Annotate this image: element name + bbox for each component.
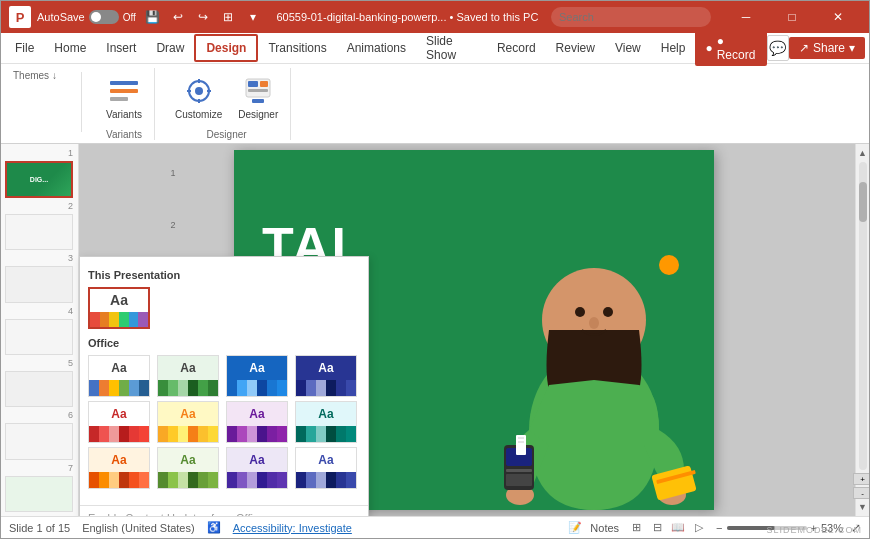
zoom-out-right-btn[interactable]: - <box>853 487 870 499</box>
scroll-track <box>859 162 867 470</box>
slide-thumb-5[interactable] <box>5 371 73 407</box>
search-input[interactable] <box>551 7 711 27</box>
tab-slideshow[interactable]: Slide Show <box>416 34 487 62</box>
zoom-minus-icon[interactable]: − <box>716 522 722 534</box>
reading-view-icon[interactable]: 📖 <box>669 520 687 536</box>
theme-office-3[interactable]: Aa <box>226 355 288 397</box>
ribbon: File Home Insert Draw Design Transitions… <box>1 33 869 144</box>
theme-office-12[interactable]: Aa <box>295 447 357 489</box>
language: English (United States) <box>82 522 195 534</box>
save-icon-btn[interactable]: 💾 <box>142 6 164 28</box>
minimize-btn[interactable]: ─ <box>723 1 769 33</box>
theme-office-5[interactable]: Aa <box>88 401 150 443</box>
theme-office-8[interactable]: Aa <box>295 401 357 443</box>
themes-footer: Enable Content Updates from Office.com..… <box>80 505 368 516</box>
theme-office-9[interactable]: Aa <box>88 447 150 489</box>
theme-current[interactable]: Aa <box>88 287 150 329</box>
slide-num-1: 1 <box>5 148 73 158</box>
svg-rect-10 <box>248 81 258 87</box>
view-icons: ⊞ ⊟ 📖 ▷ <box>627 520 708 536</box>
slide-sorter-icon[interactable]: ⊟ <box>648 520 666 536</box>
office-themes-grid: Aa Aa <box>88 355 360 489</box>
themes-label: Themes ↓ <box>13 68 57 83</box>
notes-label[interactable]: Notes <box>590 522 619 534</box>
slide-character <box>484 190 704 510</box>
enable-updates-text: Enable Content Updates from Office.com..… <box>80 508 368 516</box>
theme-office-4[interactable]: Aa <box>295 355 357 397</box>
svg-point-17 <box>603 307 613 317</box>
theme-office-1[interactable]: Aa <box>88 355 150 397</box>
scroll-thumb[interactable] <box>859 182 867 222</box>
close-btn[interactable]: ✕ <box>815 1 861 33</box>
notes-icon: 📝 <box>568 521 582 534</box>
theme-office-2[interactable]: Aa <box>157 355 219 397</box>
ribbon-tab-row: File Home Insert Draw Design Transitions… <box>1 33 869 63</box>
variants-btn[interactable]: Variants <box>100 71 148 124</box>
record-label: ● Record <box>717 34 757 62</box>
slide-num-7: 7 <box>5 463 73 473</box>
slide-thumb-4[interactable] <box>5 319 73 355</box>
layout-icon-btn[interactable]: ⊞ <box>217 6 239 28</box>
customize-group: Customize Designer <box>163 68 291 140</box>
tab-help[interactable]: Help <box>651 34 696 62</box>
designer-btn[interactable]: Designer <box>232 71 284 124</box>
tab-file[interactable]: File <box>5 34 44 62</box>
slide-thumb-7[interactable] <box>5 476 73 512</box>
theme-office-6[interactable]: Aa <box>157 401 219 443</box>
customize-label: Customize <box>175 109 222 120</box>
svg-point-16 <box>575 307 585 317</box>
slide-thumb-3[interactable] <box>5 266 73 302</box>
slideshow-icon[interactable]: ▷ <box>690 520 708 536</box>
scroll-up-btn[interactable]: ▲ <box>856 146 869 160</box>
share-label: Share <box>813 41 845 55</box>
scroll-down-btn[interactable]: ▼ <box>856 500 869 514</box>
expand-icon-btn[interactable]: ▾ <box>242 6 264 28</box>
tab-insert[interactable]: Insert <box>96 34 146 62</box>
autosave-toggle[interactable] <box>89 10 119 24</box>
svg-rect-25 <box>506 469 532 472</box>
theme-office-7[interactable]: Aa <box>226 401 288 443</box>
tab-home[interactable]: Home <box>44 34 96 62</box>
theme-office-10[interactable]: Aa <box>157 447 219 489</box>
variants-label: Variants <box>106 109 142 120</box>
share-button[interactable]: ↗ Share ▾ <box>789 37 865 59</box>
slide-thumb-6[interactable] <box>5 423 73 459</box>
slide-thumb-1[interactable]: DIG... <box>5 161 73 198</box>
tab-animations[interactable]: Animations <box>337 34 416 62</box>
tab-draw[interactable]: Draw <box>146 34 194 62</box>
svg-rect-26 <box>506 474 532 486</box>
record-icon: ● <box>705 41 712 55</box>
themes-panel: This Presentation Aa <box>79 256 369 516</box>
maximize-btn[interactable]: □ <box>769 1 815 33</box>
theme-office-11[interactable]: Aa <box>226 447 288 489</box>
slide-label-2: 2 <box>163 200 183 250</box>
svg-rect-0 <box>110 81 138 85</box>
window-controls: ─ □ ✕ <box>723 1 861 33</box>
variants-group: Variants Variants <box>94 68 155 140</box>
svg-rect-13 <box>252 99 264 103</box>
status-bar: Slide 1 of 15 English (United States) ♿ … <box>1 516 869 538</box>
app-window: P AutoSave Off 💾 ↩ ↪ ⊞ ▾ 60559-01-digita… <box>0 0 870 539</box>
redo-icon-btn[interactable]: ↪ <box>192 6 214 28</box>
variants-icon <box>108 75 140 107</box>
accessibility-text[interactable]: Accessibility: Investigate <box>233 522 352 534</box>
comment-button[interactable]: 💬 <box>767 35 789 61</box>
title-bar: P AutoSave Off 💾 ↩ ↪ ⊞ ▾ 60559-01-digita… <box>1 1 869 33</box>
svg-rect-1 <box>110 89 138 93</box>
customize-btn[interactable]: Customize <box>169 71 228 124</box>
normal-view-icon[interactable]: ⊞ <box>627 520 645 536</box>
tab-review[interactable]: Review <box>546 34 605 62</box>
tab-design[interactable]: Design <box>194 34 258 62</box>
tab-transitions[interactable]: Transitions <box>258 34 336 62</box>
zoom-in-right-btn[interactable]: + <box>853 473 870 485</box>
autosave-area: AutoSave Off <box>37 10 136 24</box>
svg-rect-12 <box>248 89 268 92</box>
tab-view[interactable]: View <box>605 34 651 62</box>
record-button[interactable]: ● ● Record <box>695 30 766 66</box>
slide-thumb-2[interactable] <box>5 214 73 250</box>
accessibility-icon: ♿ <box>207 521 221 534</box>
tab-record[interactable]: Record <box>487 34 546 62</box>
designer-icon <box>242 75 274 107</box>
title-controls: 💾 ↩ ↪ ⊞ ▾ <box>142 6 264 28</box>
undo-icon-btn[interactable]: ↩ <box>167 6 189 28</box>
